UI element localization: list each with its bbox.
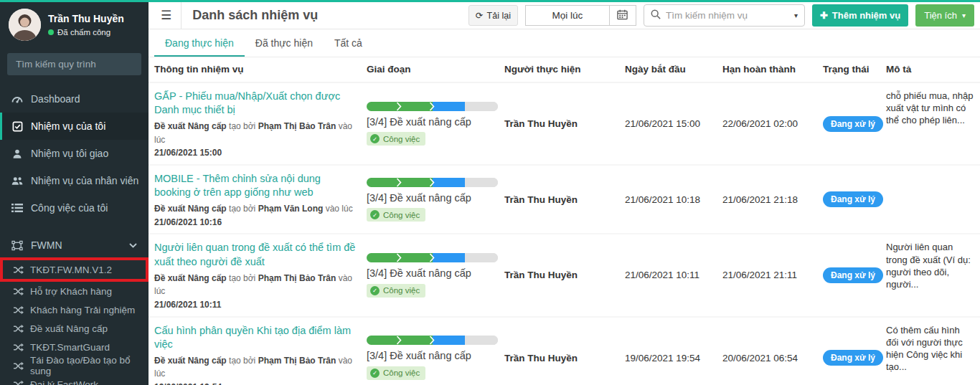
work-type-badge: ✓ Công việc <box>367 132 425 146</box>
task-process-name: Đề xuất Nâng cấp <box>154 204 227 214</box>
sidebar-process-khach-hang-trai-nghiem[interactable]: Khách hàng Trải nghiệm <box>0 300 149 319</box>
sidebar-process-de-xuat-nang-cap[interactable]: Đề xuất Nâng cấp <box>0 319 149 338</box>
attendance-status: Đã chấm công <box>48 28 124 37</box>
add-task-button[interactable]: ✚ Thêm nhiệm vụ <box>812 4 908 27</box>
sidebar-item-icon <box>11 93 23 105</box>
online-dot-icon <box>48 29 54 35</box>
sidebar-item-my-jobs[interactable]: Công việc của tôi <box>0 194 149 222</box>
stage-cell: [3/4] Đề xuất nâng cấp ✓ Công việc <box>367 253 504 298</box>
task-meta: Đề xuất Nâng cấp tạo bởi Phạm Văn Long v… <box>154 202 357 229</box>
progress-segment <box>433 102 466 111</box>
sidebar-item-staff-tasks[interactable]: Nhiệm vụ của nhân viên <box>0 167 149 194</box>
status-badge: Đang xử lý <box>823 116 883 132</box>
stage-label: [3/4] Đề xuất nâng cấp <box>367 267 504 279</box>
due-date-cell: 21/06/2021 21:18 <box>722 194 823 205</box>
sidebar-item-label: Công việc của tôi <box>31 202 108 214</box>
sidebar-item-label: Nhiệm vụ tôi giao <box>31 148 108 159</box>
sidebar-item-icon <box>11 175 23 186</box>
status-cell: Đang xử lý <box>823 350 886 366</box>
work-type-badge: ✓ Công việc <box>367 366 425 380</box>
tab-label: Đã thực hiện <box>255 37 313 49</box>
stage-progress-bar <box>367 336 498 345</box>
tab-label: Đang thực hiện <box>165 37 234 49</box>
sidebar-item-dashboard[interactable]: Dashboard <box>0 85 149 113</box>
status-badge: Đang xử lý <box>823 267 883 283</box>
column-header: Trạng thái <box>823 64 886 75</box>
utilities-button[interactable]: Tiện ích ▾ <box>915 4 974 27</box>
task-title-link[interactable]: Cấu hình phân quyền Khi tạo địa điểm làm… <box>154 324 357 351</box>
calendar-button[interactable] <box>610 5 636 26</box>
chevron-down-icon <box>127 239 138 251</box>
tab-all[interactable]: Tất cả <box>324 29 373 57</box>
table-row[interactable]: Cấu hình phân quyền Khi tạo địa điểm làm… <box>149 318 980 385</box>
sidebar-item-tasks-i-assign[interactable]: Nhiệm vụ tôi giao <box>0 140 149 167</box>
status-cell: Đang xử lý <box>823 191 886 207</box>
date-range-input[interactable] <box>525 5 610 26</box>
shuffle-icon <box>12 264 24 275</box>
assignee-cell: Trần Thu Huyền <box>504 118 625 129</box>
description-cell <box>886 166 974 233</box>
assignee-cell: Trần Thu Huyền <box>504 353 625 363</box>
start-date-cell: 21/06/2021 10:11 <box>625 270 722 280</box>
task-info-cell: Người liên quan trong đề xuất có thể tìm… <box>154 234 367 315</box>
tab-bar: Đang thực hiện Đã thực hiện Tất cả <box>149 29 980 57</box>
task-meta: Đề xuất Nâng cấp tạo bởi Phạm Thị Bảo Tr… <box>154 120 357 160</box>
search-icon <box>651 9 661 22</box>
avatar[interactable] <box>9 9 41 41</box>
sidebar-process-tkdt-fw-mn-v12[interactable]: TKĐT.FW.MN.V1.2 <box>0 257 149 282</box>
start-date-cell: 21/06/2021 10:18 <box>625 194 722 205</box>
stage-label: [3/4] Đề xuất nâng cấp <box>367 192 504 204</box>
tab-in-progress[interactable]: Đang thực hiện <box>154 29 245 57</box>
progress-segment <box>433 336 466 345</box>
app-window: Trần Thu Huyền Đã chấm công Dashboard Nh… <box>0 0 980 385</box>
sidebar-item-my-tasks[interactable]: Nhiệm vụ của tôi <box>0 113 149 140</box>
table-row[interactable]: Người liên quan trong đề xuất có thể tìm… <box>149 234 980 317</box>
main-panel: ☰ Danh sách nhiệm vụ ⟳ Tải lại <box>149 0 980 385</box>
task-process-name: Đề xuất Nâng cấp <box>154 273 227 283</box>
reload-button[interactable]: ⟳ Tải lại <box>468 5 518 26</box>
task-table: GẤP - Phiếu mua/Nhập/Xuất chọn được Danh… <box>149 83 980 385</box>
stage-progress-bar <box>367 102 498 111</box>
tab-label: Tất cả <box>334 37 362 49</box>
sidebar-process-ho-tro-khach-hang[interactable]: Hỗ trợ Khách hàng <box>0 282 149 300</box>
task-created-time: 19/06/2021 19:54 <box>154 382 222 385</box>
task-meta: Đề xuất Nâng cấp tạo bởi Phạm Thị Bảo Tr… <box>154 272 357 312</box>
table-row[interactable]: GẤP - Phiếu mua/Nhập/Xuất chọn được Danh… <box>149 83 980 166</box>
sidebar-process-tai-dao-tao[interactable]: Tái Đào tạo/Đào tạo bổ sung <box>0 356 149 375</box>
plus-icon: ✚ <box>820 10 828 21</box>
progress-segment <box>433 178 466 187</box>
status-badge: Đang xử lý <box>823 350 883 366</box>
process-item-label: Đại lý FastWork <box>30 379 98 385</box>
progress-segment <box>367 253 400 262</box>
task-search-input[interactable] <box>666 10 789 21</box>
stage-label: [3/4] Đề xuất nâng cấp <box>367 116 504 128</box>
tab-done[interactable]: Đã thực hiện <box>245 29 324 57</box>
process-search-input[interactable] <box>7 53 141 75</box>
column-header: Hạn hoàn thành <box>722 64 823 75</box>
user-panel: Trần Thu Huyền Đã chấm công <box>0 2 149 47</box>
task-author: Phạm Thị Bảo Trân <box>258 273 336 283</box>
task-created-time: 21/06/2021 15:00 <box>154 148 222 158</box>
task-title-link[interactable]: MOBILE - Thêm chỉnh sửa nội dung booking… <box>154 172 357 199</box>
table-row[interactable]: MOBILE - Thêm chỉnh sửa nội dung booking… <box>149 166 980 234</box>
sidebar-item-icon <box>11 120 23 132</box>
stage-cell: [3/4] Đề xuất nâng cấp ✓ Công việc <box>367 178 504 222</box>
stage-label: [3/4] Đề xuất nâng cấp <box>367 350 504 361</box>
status-badge: Đang xử lý <box>823 191 883 207</box>
work-type-badge: ✓ Công việc <box>367 284 425 298</box>
object-group-icon <box>11 239 23 251</box>
sidebar: Trần Thu Huyền Đã chấm công Dashboard Nh… <box>0 0 149 385</box>
sidebar-process-tkdt-smartguard[interactable]: TKĐT.SmartGuard <box>0 338 149 356</box>
sidebar-process-dai-ly-fastwork[interactable]: Đại lý FastWork <box>0 375 149 385</box>
hamburger-menu-icon[interactable]: ☰ <box>151 8 181 23</box>
start-date-cell: 19/06/2021 19:54 <box>625 353 722 363</box>
sidebar-group-fwmn[interactable]: FWMN <box>0 233 149 257</box>
task-title-link[interactable]: Người liên quan trong đề xuất có thể tìm… <box>154 241 357 268</box>
shuffle-icon <box>12 341 24 353</box>
task-title-link[interactable]: GẤP - Phiếu mua/Nhập/Xuất chọn được Danh… <box>154 90 357 117</box>
process-item-label: Khách hàng Trải nghiệm <box>30 305 135 315</box>
process-item-label: Tái Đào tạo/Đào tạo bổ sung <box>30 355 149 376</box>
shuffle-icon <box>12 360 24 371</box>
table-header: Thông tin nhiệm vụGiai đoạnNgười thực hi… <box>149 57 980 83</box>
chevron-down-icon[interactable]: ▾ <box>794 11 798 19</box>
